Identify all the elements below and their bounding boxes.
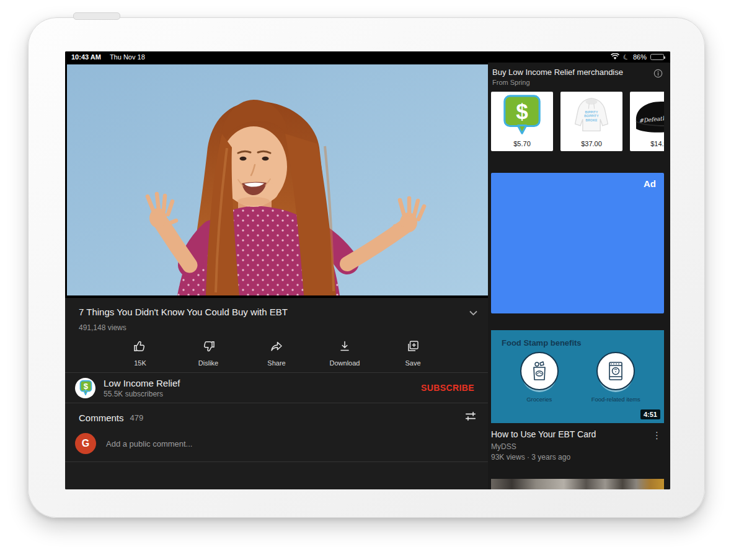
like-button[interactable]: 15K [122,339,159,372]
thumbs-down-icon [201,339,216,356]
wifi-icon [611,53,619,61]
dislike-label: Dislike [198,359,218,367]
save-label: Save [405,359,420,367]
svg-text:$: $ [83,382,88,391]
divider [65,462,488,462]
kebab-menu-icon[interactable]: ⋮ [650,429,664,462]
status-date: Thu Nov 18 [110,53,145,61]
status-time: 10:43 AM [71,53,101,61]
merch-item-hoodie[interactable]: BIPPITY BOPPITY BROKE $37.00 [560,92,622,151]
status-bar: 10:43 AM Thu Nov 18 ☾ 86% [65,51,670,63]
tablet-screen: 10:43 AM Thu Nov 18 ☾ 86% [65,51,670,489]
page: 10:43 AM Thu Nov 18 ☾ 86% [0,0,744,560]
share-button[interactable]: Share [258,339,295,372]
video-view-count: 491,148 views [65,319,488,332]
chevron-down-icon[interactable] [469,308,478,319]
hoodie-print-text: BIPPITY BOPPITY BROKE [583,110,600,122]
grocery-bag-icon [529,361,549,382]
presenter-illustration [67,64,488,295]
display-ad[interactable]: Ad [491,173,664,313]
thumbnail-circle-label: Groceries [526,396,552,403]
duration-badge: 4:51 [640,409,660,419]
dollar-sticker-image: $ [491,94,553,136]
merch-price: $14.99 [630,140,664,147]
channel-name: Low Income Relief [104,378,421,388]
merch-header: Buy Low Income Relief merchandise From S… [491,63,664,86]
comment-input-placeholder[interactable]: Add a public comment... [106,439,192,448]
video-title: 7 Things You Didn't Know You Could Buy w… [79,307,288,318]
channel-avatar[interactable]: $ [75,378,95,398]
like-count-label: 15K [134,359,146,367]
suggested-video-meta[interactable]: How to Use Your EBT Card MyDSS 93K views… [491,429,664,462]
merch-item-fanny-pack[interactable]: #DefeatPoverty $14.99 [630,92,664,151]
suggested-video-stats: 93K views · 3 years ago [491,453,650,462]
thumbs-up-icon [133,339,148,356]
save-button[interactable]: Save [394,339,432,372]
channel-row[interactable]: $ Low Income Relief 55.5K subscribers SU… [65,373,488,403]
merch-title: Buy Low Income Relief merchandise [492,68,650,77]
merch-shelf: $ $5.70 BIPPITY BOPPITY BROKE $37. [491,92,664,151]
tablet-top-button [73,12,120,20]
video-action-bar: 15K Dislike Share [65,339,488,372]
svg-text:$: $ [516,99,528,123]
thumbnail-circle-label: Food-related items [591,396,640,403]
next-thumbnail-sliver[interactable] [491,479,664,489]
share-label: Share [267,359,285,367]
watch-column: 7 Things You Didn't Know You Could Buy w… [65,63,488,489]
add-comment-row[interactable]: G Add a public comment... [65,427,488,462]
comments-label: Comments [79,413,124,423]
do-not-disturb-moon-icon: ☾ [622,53,631,61]
sort-comments-icon[interactable] [464,411,477,424]
subscribe-button[interactable]: SUBSCRIBE [421,383,474,393]
comments-header[interactable]: Comments 479 [65,403,488,427]
suggested-video-thumbnail[interactable]: Food Stamp benefits Groceri [491,330,664,423]
battery-icon [650,54,664,60]
suggested-video-channel: MyDSS [491,442,650,451]
info-icon[interactable] [653,69,663,81]
download-button[interactable]: Download [326,339,363,372]
battery-percent: 86% [633,53,647,61]
merch-price: $37.00 [560,140,622,147]
merch-price: $5.70 [491,140,553,147]
suggested-video-title[interactable]: How to Use Your EBT Card [491,429,650,439]
video-player[interactable] [65,63,488,298]
thumbnail-circle-food-items: Food-related items [582,352,650,403]
canned-food-icon [607,361,624,382]
merch-subtitle: From Spring [492,79,650,86]
user-avatar[interactable]: G [75,433,96,454]
download-icon [337,339,352,356]
thumbnail-circle-groceries: Groceries [505,352,574,403]
channel-subscribers: 55.5K subscribers [104,390,421,398]
download-label: Download [330,359,360,367]
merch-item-sticker[interactable]: $ $5.70 [491,92,553,151]
video-frame-presenter [67,64,488,295]
related-sidebar: Buy Low Income Relief merchandise From S… [488,63,670,489]
save-to-playlist-icon [405,339,420,356]
comments-count: 479 [130,413,464,422]
thumbnail-heading: Food Stamp benefits [491,330,664,348]
share-arrow-icon [269,339,284,356]
ad-badge: Ad [644,178,656,189]
dislike-button[interactable]: Dislike [190,339,227,372]
